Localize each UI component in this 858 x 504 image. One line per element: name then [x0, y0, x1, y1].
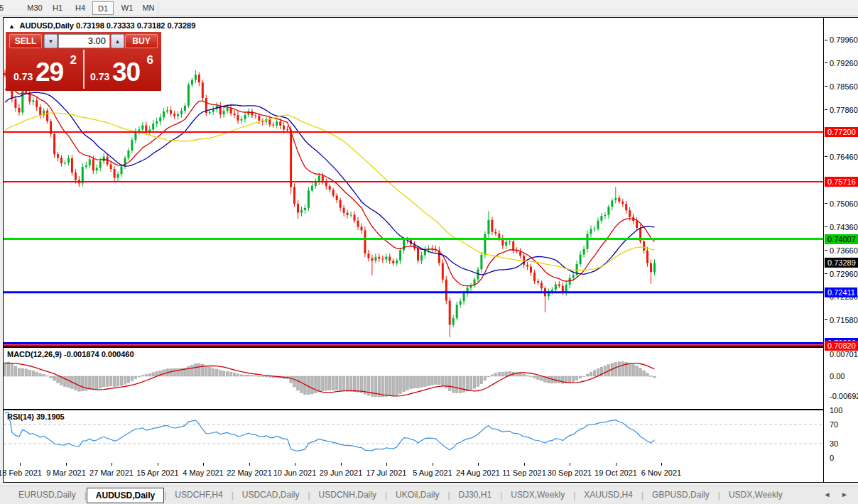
volume-decrease-button[interactable]: ▼: [44, 34, 58, 48]
sell-price-button[interactable]: 0.73 29 2: [7, 50, 82, 89]
price-badge: 0.73289: [825, 258, 858, 268]
rsi-label: RSI(14) 39.1905: [7, 412, 65, 421]
chart-window: ▲ AUDUSD,Daily 0.73198 0.73333 0.73182 0…: [3, 17, 858, 483]
rsi-scale-label: 100: [830, 406, 842, 415]
rsi-scale-label: 30: [830, 439, 838, 448]
price-label: 0.73660: [830, 246, 858, 255]
macd-pane[interactable]: MACD(12,26,9) -0.001874 0.000460: [4, 348, 823, 409]
price-badge: 0.70820: [825, 341, 858, 351]
timeframe-button-m30[interactable]: M30: [24, 1, 45, 15]
volume-increase-button[interactable]: ▲: [111, 34, 124, 48]
price-axis-tick: [825, 62, 827, 63]
macd-scale-label: -0.006923: [830, 392, 858, 400]
rsi-pane[interactable]: RSI(14) 39.1905: [4, 410, 823, 463]
price-badge: 0.72411: [825, 287, 857, 297]
price-label: 0.79260: [830, 59, 858, 67]
time-axis-tick: [295, 463, 295, 466]
chart-tab-eurusd-daily[interactable]: EURUSD,Daily: [10, 488, 85, 503]
price-axis-tick: [825, 109, 827, 110]
price-label: 0.76460: [830, 153, 858, 161]
date-label: 19 Oct 2021: [594, 469, 637, 477]
sell-price-prefix: 0.73: [13, 71, 33, 82]
price-label: 0.72960: [830, 270, 858, 278]
price-axis-tick: [825, 156, 827, 157]
timeframe-button-h4[interactable]: H4: [71, 1, 89, 15]
time-axis-tick: [249, 463, 250, 466]
tab-scroll-left-icon[interactable]: ◄: [823, 491, 835, 498]
chart-tab-dj30-h1[interactable]: DJ30,H1: [450, 488, 501, 503]
chart-tab-gbpusd-daily[interactable]: GBPUSD,Daily: [644, 488, 718, 503]
main-chart-pane[interactable]: ▲ AUDUSD,Daily 0.73198 0.73333 0.73182 0…: [4, 18, 823, 346]
chart-tab-usdx-weekly[interactable]: USDX,Weekly: [720, 488, 791, 503]
date-label: 18 Feb 2021: [0, 469, 42, 477]
sell-price-pip: 2: [70, 53, 77, 67]
chart-plot-area: ▲ AUDUSD,Daily 0.73198 0.73333 0.73182 0…: [4, 18, 824, 482]
date-label: 11 Sep 2021: [502, 469, 546, 477]
mt4-window: 5M30H1H4D1W1MN ▲ AUDUSD,Daily 0.73198 0.…: [0, 0, 858, 504]
chart-tab-ukoil-daily[interactable]: UKOil,Daily: [387, 488, 447, 503]
price-badge: 0.77200: [825, 127, 858, 137]
price-axis[interactable]: 0.799600.792600.785600.778600.764600.750…: [825, 18, 858, 482]
price-axis-tick: [825, 273, 827, 274]
timeframe-button-mn[interactable]: MN: [139, 1, 158, 15]
sell-button[interactable]: SELL: [9, 34, 42, 48]
time-axis-tick: [158, 463, 158, 466]
chart-tab-audusd-daily[interactable]: AUDUSD,Daily: [87, 488, 164, 503]
chart-tab-usdchf-h4[interactable]: USDCHF,H4: [166, 488, 231, 503]
timeframe-button-w1[interactable]: W1: [118, 1, 136, 15]
timeframe-button-5[interactable]: 5: [0, 1, 6, 15]
date-label: 4 May 2021: [183, 469, 223, 477]
time-axis-tick: [66, 463, 67, 466]
chart-tab-usdcad-daily[interactable]: USDCAD,Daily: [234, 488, 308, 503]
date-label: 5 Aug 2021: [413, 469, 452, 477]
tab-scroll-right-icon[interactable]: ►: [841, 491, 852, 498]
chart-tab-usdx-weekly[interactable]: USDX,Weekly: [502, 488, 573, 503]
buy-button[interactable]: BUY: [125, 34, 158, 48]
date-label: 15 Apr 2021: [136, 469, 178, 477]
time-axis-tick: [478, 463, 479, 466]
price-badge: 0.75716: [825, 177, 858, 187]
rsi-scale-label: 70: [830, 420, 838, 429]
time-axis-tick: [386, 463, 387, 466]
price-label: 0.77860: [830, 106, 858, 114]
time-axis-tick: [570, 463, 570, 466]
time-axis-tick: [661, 463, 662, 466]
timeframe-button-d1[interactable]: D1: [92, 1, 114, 15]
price-axis-tick: [825, 203, 827, 204]
chart-tab-usdcnh-daily[interactable]: USDCNH,Daily: [310, 488, 385, 503]
price-axis-tick: [825, 250, 827, 251]
macd-values: -0.001874 0.000460: [64, 350, 134, 358]
sell-price-big: 29: [36, 57, 63, 87]
time-axis-tick: [616, 463, 617, 466]
date-label: 6 Nov 2021: [641, 469, 681, 477]
date-label: 17 Jul 2021: [366, 469, 407, 477]
price-label: 0.75060: [830, 199, 858, 208]
time-axis-tick: [112, 463, 112, 466]
time-axis-tick: [20, 463, 21, 466]
date-label: 30 Sep 2021: [548, 469, 592, 477]
timeframe-button-h1[interactable]: H1: [48, 1, 67, 15]
time-axis-tick: [524, 463, 525, 466]
price-label: 0.78560: [830, 82, 858, 91]
buy-price-pip: 6: [147, 53, 153, 67]
rsi-canvas[interactable]: [4, 410, 823, 463]
rsi-value: 39.1905: [36, 412, 65, 421]
macd-label: MACD(12,26,9) -0.001874 0.000460: [7, 350, 134, 358]
collapse-panel-icon[interactable]: ▲: [9, 23, 15, 30]
macd-scale-label: 0.00: [830, 372, 845, 380]
date-label: 10 Jun 2021: [273, 469, 317, 477]
buy-price-button[interactable]: 0.73 30 6: [84, 50, 159, 89]
buy-price-big: 30: [112, 57, 140, 87]
price-label: 0.74360: [830, 223, 858, 231]
price-badge: 0.74007: [825, 234, 858, 244]
time-axis[interactable]: 18 Feb 20219 Mar 202127 Mar 202115 Apr 2…: [4, 463, 823, 482]
price-label: 0.79960: [830, 35, 858, 44]
volume-input[interactable]: 3.00: [58, 34, 110, 48]
chart-tab-xauusd-h4[interactable]: XAUUSD,H4: [575, 488, 641, 503]
chart-symbol-period: AUDUSD,Daily: [20, 21, 74, 30]
time-axis-tick: [433, 463, 433, 466]
chart-ohlc-values: 0.73198 0.73333 0.73182 0.73289: [76, 21, 195, 30]
timeframe-toolbar: 5M30H1H4D1W1MN: [0, 0, 858, 16]
date-label: 27 Mar 2021: [89, 469, 134, 477]
rsi-scale-label: 0: [830, 454, 834, 462]
